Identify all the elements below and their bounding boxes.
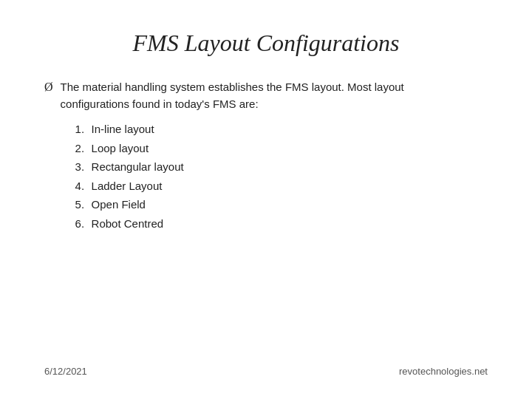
list-item: 5. Open Field xyxy=(75,195,404,214)
list-item: 3. Rectangular layout xyxy=(75,157,404,177)
list-text-6: Robot Centred xyxy=(92,214,164,233)
slide-body: Ø The material handling system establish… xyxy=(44,79,488,358)
list-number-5: 5. xyxy=(75,195,92,214)
list-text-3: Rectangular layout xyxy=(92,157,184,177)
arrow-icon: Ø xyxy=(44,81,53,94)
list-item: 4. Ladder Layout xyxy=(75,177,404,196)
slide-container: FMS Layout Configurations Ø The material… xyxy=(0,0,532,399)
list-number-4: 4. xyxy=(75,177,92,196)
list-number-2: 2. xyxy=(75,139,92,158)
footer-date: 6/12/2021 xyxy=(44,366,87,377)
list-number-1: 1. xyxy=(75,120,92,139)
intro-text: The material handling system establishes… xyxy=(61,79,404,233)
intro-text-line1: The material handling system establishes… xyxy=(61,81,404,93)
list-item: 2. Loop layout xyxy=(75,139,404,158)
main-point: Ø The material handling system establish… xyxy=(44,79,488,233)
list-text-2: Loop layout xyxy=(92,139,149,158)
intro-text-line2: configurations found in today's FMS are: xyxy=(61,98,259,110)
list-number-6: 6. xyxy=(75,214,92,233)
list-number-3: 3. xyxy=(75,157,92,177)
list-text-4: Ladder Layout xyxy=(92,177,163,196)
slide-footer: 6/12/2021 revotechnologies.net xyxy=(44,358,488,377)
list-item: 6. Robot Centred xyxy=(75,214,404,233)
slide-title: FMS Layout Configurations xyxy=(44,30,488,57)
list-item: 1. In-line layout xyxy=(75,120,404,139)
list-text-1: In-line layout xyxy=(92,120,154,139)
list-text-5: Open Field xyxy=(92,195,146,214)
footer-brand: revotechnologies.net xyxy=(399,366,488,377)
layout-list: 1. In-line layout 2. Loop layout 3. Rect… xyxy=(75,120,404,233)
